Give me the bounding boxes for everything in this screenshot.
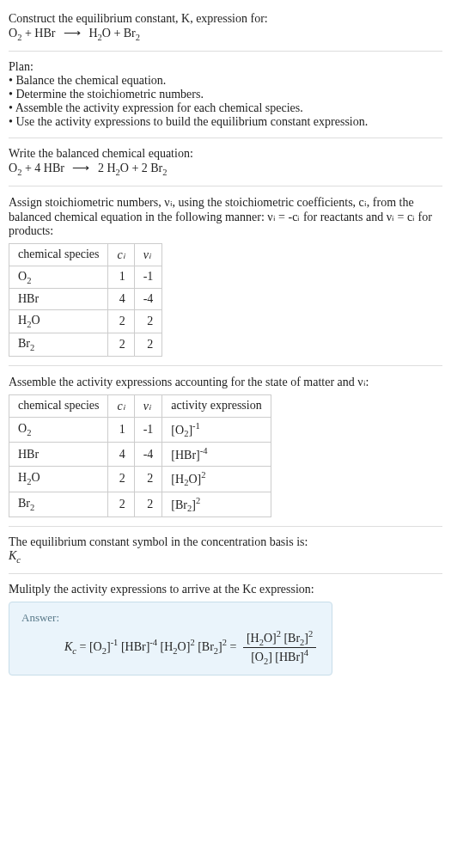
activity-table: chemical species cᵢ νᵢ activity expressi…	[9, 394, 271, 517]
kc-symbol-section: The equilibrium constant symbol in the c…	[9, 530, 442, 570]
final-text: Mulitply the activity expressions to arr…	[9, 583, 442, 596]
cell-species: H2O	[9, 310, 108, 333]
cell-species: HBr	[9, 443, 108, 467]
act-br2-a: [Br	[171, 498, 187, 510]
o2-base: O	[18, 422, 27, 435]
cell-species: HBr	[9, 289, 108, 310]
divider	[9, 573, 442, 574]
term-h2o-a: [H	[161, 640, 174, 653]
col-species: chemical species	[9, 243, 108, 266]
prompt-section: Construct the equilibrium constant, K, e…	[9, 7, 442, 47]
ci-label: cᵢ	[117, 400, 125, 413]
balanced-equation: O2 + 4 HBr ⟶ 2 H2O + 2 Br2	[9, 161, 442, 177]
col-activity: activity expression	[162, 394, 271, 417]
cell-species: Br2	[9, 333, 108, 357]
term-hbr: [HBr]-4	[121, 640, 157, 653]
plan-bullet-2: • Determine the stoichiometric numbers.	[9, 88, 442, 101]
num-h2o: [H2O]2	[247, 632, 281, 645]
num-h2o-exp: 2	[277, 630, 281, 639]
term-o2: [O2]-1	[89, 640, 118, 653]
prompt-line: Construct the equilibrium constant, K, e…	[9, 12, 442, 26]
den-hbr-exp: 4	[304, 648, 308, 657]
h2o-rest: O + Br	[102, 27, 136, 40]
den-hbr-a: [HBr]	[275, 651, 303, 663]
br2-base: Br	[18, 497, 30, 510]
stoich-table: chemical species cᵢ νᵢ O2 1 -1 HBr 4 -4 …	[9, 243, 162, 357]
equals-1: =	[76, 640, 89, 653]
term-h2o-b: O]	[178, 640, 191, 653]
num-br2: [Br2]2	[283, 632, 313, 645]
cell-activity: [HBr]-4	[162, 443, 271, 467]
cell-nui: -1	[134, 417, 162, 442]
divider	[9, 186, 442, 186]
cell-nui: -1	[134, 266, 162, 289]
fraction-numerator: [H2O]2 [Br2]2	[243, 630, 316, 648]
h2o-sub: 2	[27, 477, 31, 486]
o2-sub: 2	[27, 275, 31, 284]
plan-bullet-1: • Balance the chemical equation.	[9, 74, 442, 88]
num-h2o-b: O]	[264, 632, 277, 645]
activity-text: Assemble the activity expressions accoun…	[9, 375, 442, 389]
act-h2o-b: O]	[188, 473, 201, 486]
cell-nui: 2	[134, 492, 162, 517]
act-o2-exp: -1	[192, 421, 200, 431]
num-h2o-a: [H	[247, 632, 259, 645]
term-o2-exp: -1	[111, 638, 119, 647]
act-h2o-exp: 2	[201, 470, 205, 480]
cell-ci: 2	[108, 467, 134, 492]
cell-ci: 4	[108, 443, 134, 467]
cell-species: H2O	[9, 467, 108, 492]
table-row: O2 1 -1 [O2]-1	[9, 417, 271, 442]
table-header-row: chemical species cᵢ νᵢ	[9, 243, 162, 266]
cell-activity: [O2]-1	[162, 417, 271, 442]
table-row: Br2 2 2 [Br2]2	[9, 492, 271, 517]
cell-activity: [Br2]2	[162, 492, 271, 517]
term-o2-a: [O	[89, 640, 102, 653]
cell-species: Br2	[9, 492, 108, 517]
plan-section: Plan: • Balance the chemical equation. •…	[9, 55, 442, 134]
kc-k: K	[9, 549, 16, 562]
cell-species: O2	[9, 266, 108, 289]
br2-base: Br	[18, 337, 30, 350]
cell-ci: 4	[108, 289, 134, 310]
act-o2-a: [O	[171, 424, 184, 437]
table-row: HBr 4 -4	[9, 289, 162, 310]
plus-hbr: + HBr	[21, 27, 55, 40]
cell-ci: 1	[108, 266, 134, 289]
term-hbr-a: [HBr]	[121, 640, 149, 653]
den-hbr: [HBr]4	[275, 651, 308, 663]
den-o2-a: [O	[251, 651, 264, 663]
bal-br2-sub: 2	[162, 168, 167, 177]
act-h2o-a: [H	[171, 473, 184, 486]
table-header-row: chemical species cᵢ νᵢ activity expressi…	[9, 394, 271, 417]
o2-base: O	[18, 270, 27, 283]
stoich-text: Assign stoichiometric numbers, νᵢ, using…	[9, 195, 442, 238]
stoich-section: Assign stoichiometric numbers, νᵢ, using…	[9, 190, 442, 362]
activity-section: Assemble the activity expressions accoun…	[9, 370, 442, 523]
plan-bullet-3: • Assemble the activity expression for e…	[9, 101, 442, 115]
bal-br2-a: O + 2 Br	[120, 162, 163, 174]
den-o2-b: ]	[268, 651, 272, 663]
reaction-arrow: ⟶	[58, 27, 86, 40]
bal-o2-base: O	[9, 162, 17, 174]
act-hbr-a: [HBr]	[171, 449, 199, 462]
ci-label: cᵢ	[117, 248, 125, 261]
fraction-denominator: [O2] [HBr]4	[243, 648, 316, 665]
h2o-h: H	[18, 471, 27, 484]
table-row: H2O 2 2 [H2O]2	[9, 467, 271, 492]
cell-activity: [H2O]2	[162, 467, 271, 492]
cell-nui: 2	[134, 467, 162, 492]
col-nui: νᵢ	[134, 243, 162, 266]
divider	[9, 365, 442, 366]
unbalanced-equation: O2 + HBr ⟶ H2O + Br2	[9, 26, 442, 42]
balanced-heading: Write the balanced chemical equation:	[9, 147, 442, 161]
prompt-text: Construct the equilibrium constant, K, e…	[9, 12, 268, 25]
divider	[9, 138, 442, 138]
cell-nui: 2	[134, 333, 162, 357]
nui-label: νᵢ	[143, 248, 151, 261]
term-h2o: [H2O]2	[161, 640, 195, 653]
cell-nui: -4	[134, 289, 162, 310]
kc-lhs: Kc	[64, 640, 76, 653]
answer-equation: Kc = [O2]-1 [HBr]-4 [H2O]2 [Br2]2 = [H2O…	[21, 630, 320, 666]
balanced-section: Write the balanced chemical equation: O2…	[9, 142, 442, 182]
